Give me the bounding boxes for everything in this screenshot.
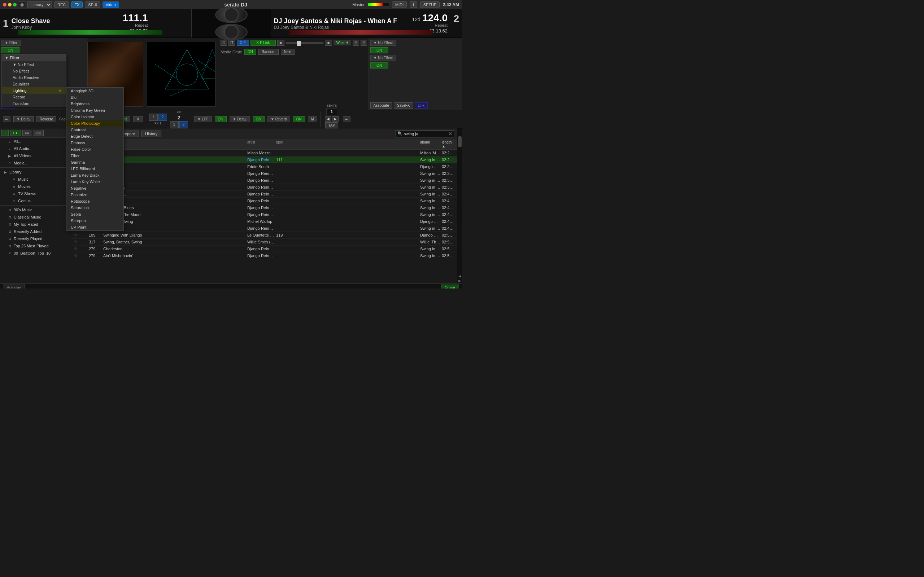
fx1-num2[interactable]: 2 <box>158 114 167 121</box>
reverse-btn[interactable]: Reverse <box>36 116 56 122</box>
sidebar-item-all-audio[interactable]: ♪ All Audio... <box>0 145 72 152</box>
fx2-num1[interactable]: 1 <box>170 121 179 128</box>
fx-dots-left[interactable]: ••• <box>3 116 10 122</box>
fx2-num2[interactable]: 2 <box>179 121 188 128</box>
beats-prev-btn[interactable]: ◀ <box>325 116 331 121</box>
expand-btn[interactable]: ⊞ <box>353 40 359 46</box>
brightness-option[interactable]: Brightness <box>66 101 123 107</box>
rotoscope-option[interactable]: Rotoscope <box>66 198 123 205</box>
no-effect-right-btn1[interactable]: ▼ No Effect <box>370 40 396 46</box>
beats-next-btn[interactable]: ▶ <box>332 116 339 121</box>
lpf-on-btn[interactable]: ON <box>215 116 227 122</box>
col-length[interactable]: length ▲ <box>441 140 456 148</box>
info-button[interactable]: i <box>410 2 417 8</box>
library-dropdown[interactable]: Library <box>27 1 52 8</box>
contrast-option[interactable]: Contrast <box>66 127 123 133</box>
scroll-left-btn[interactable]: ◀ <box>459 274 461 278</box>
add-crate-btn[interactable]: + <box>2 130 9 136</box>
video-button[interactable]: Video <box>102 2 119 8</box>
fx-button[interactable]: FX <box>71 2 82 8</box>
sepia-option[interactable]: Sepia <box>66 211 123 218</box>
uv-paint-option[interactable]: UV Paint <box>66 224 123 230</box>
emboss-option[interactable]: Emboss <box>66 140 123 146</box>
table-row[interactable]: ◎ 110 Christmas Swing Michel Warlop Djan… <box>72 218 457 225</box>
lighting-option[interactable]: Lighting ▶ Anaglyph 3D Blur Brightness C… <box>2 87 66 94</box>
sharpen-option[interactable]: Sharpen <box>66 218 123 224</box>
scroll-right-btn[interactable]: ▶ <box>459 279 461 283</box>
autoplay-btn[interactable]: Autoplay <box>3 285 25 288</box>
false-color-option[interactable]: False Color <box>66 146 123 153</box>
filter-option[interactable]: Filter <box>66 153 123 159</box>
wipe-h-btn[interactable]: Wipe H <box>333 40 351 45</box>
fx1-num1[interactable]: 1 <box>149 114 158 121</box>
platter-left[interactable] <box>215 6 247 23</box>
media-on-btn[interactable]: ON <box>244 49 256 55</box>
reverb-select[interactable]: ▼ Reverb <box>267 116 290 122</box>
table-row[interactable]: ◎ 317 Swing, Brother, Swing Willie Smith… <box>72 239 457 246</box>
rec-button[interactable]: REC <box>54 2 69 8</box>
savefx-btn[interactable]: SaveFX <box>394 102 413 108</box>
col-album[interactable]: album <box>419 140 441 148</box>
sidebar-item-genius[interactable]: ≡ Genius <box>0 197 72 205</box>
lpf-select[interactable]: ▼ LPF <box>194 116 212 122</box>
table-row[interactable]: ◎ 278 Limehouse Blues Django Reinhardt S… <box>72 205 457 211</box>
table-row[interactable]: ◎ 279 Charleston Django Reinhardt Swing … <box>72 246 457 253</box>
filter-dropdown-btn[interactable]: ▼ Filter <box>2 40 21 46</box>
sidebar-item-all-videos[interactable]: ▶ All Videos... <box>0 152 72 160</box>
reverb-on-btn[interactable]: ON <box>293 116 305 122</box>
m-btn2[interactable]: M <box>308 116 317 122</box>
sidebar-item-recently-played[interactable]: ⚙ Recently Played <box>0 235 72 242</box>
transform-option[interactable]: Transform <box>2 100 66 107</box>
blur-option[interactable]: Blur <box>66 94 123 101</box>
no-effect-right-on1[interactable]: ON <box>370 47 388 53</box>
edge-detect-option[interactable]: Edge Detect <box>66 133 123 140</box>
delay-select[interactable]: ▼ Delay <box>13 116 34 122</box>
delay-select2[interactable]: ▼ Delay <box>229 116 250 122</box>
next-track-btn[interactable]: Next <box>281 49 295 55</box>
filter-on-btn[interactable]: ON <box>2 47 19 53</box>
table-row[interactable]: ◎ 278 Oriental Sl... Django Reinhardt Sw… <box>72 184 457 191</box>
xfader-slider[interactable] <box>286 42 323 44</box>
sidebar-item-library[interactable]: ▶ Library <box>0 168 72 176</box>
minimize-window-btn[interactable] <box>8 3 11 6</box>
scrollbar-thumb[interactable] <box>458 136 462 147</box>
saturation-option[interactable]: Saturation <box>66 205 123 211</box>
sp6-button[interactable]: SP-6 <box>85 2 100 8</box>
table-row[interactable]: ◎ 109 Swinging With Django Le Quintette … <box>72 232 457 239</box>
record-option[interactable]: Record <box>2 94 66 100</box>
table-row[interactable]: ◎ 278 Nagasaki Django Reinhardt Swing in… <box>72 225 457 232</box>
sidebar-item-all[interactable]: ♪ All... <box>0 138 72 145</box>
audio-reactive-option[interactable]: Audio Reactive <box>2 74 66 81</box>
table-row[interactable]: ◎ 278 Are You In The Mood Django Reinhar… <box>72 211 457 218</box>
sidebar-item-music[interactable]: ≡ Music <box>0 176 72 183</box>
sidebar-item-top25[interactable]: ⚙ Top 25 Most Played <box>0 242 72 250</box>
search-clear-btn[interactable]: ✕ <box>449 131 452 136</box>
maximize-window-btn[interactable] <box>13 3 16 6</box>
led-billboard-option[interactable]: LED Billboard <box>66 166 123 172</box>
luma-key-black-option[interactable]: Luma Key Black <box>66 172 123 179</box>
platter-right[interactable] <box>215 24 247 40</box>
sidebar-item-classical[interactable]: ⚙ Classical Music <box>0 213 72 221</box>
table-row[interactable]: ◎ 279 Tears Django Reinhardt Swing in Pa… <box>72 177 457 184</box>
history-btn[interactable]: History <box>141 131 162 137</box>
chroma-key-green-option[interactable]: Chroma Key Green <box>66 107 123 114</box>
sidebar-item-beatport[interactable]: ≡ 00_Beatport_Top_10 <box>0 250 72 257</box>
fx-dots-right[interactable]: ••• <box>343 116 351 122</box>
xf-btn[interactable]: X-F <box>237 40 249 46</box>
it-btn[interactable]: IT <box>228 40 235 46</box>
add-smart-crate-btn[interactable]: +▲ <box>10 130 21 136</box>
table-row[interactable]: ◎ 278 Swing Gui... Django Reinhardt 111 … <box>72 156 457 163</box>
table-row[interactable]: ◎ 279 Exactly Li... Django Reinhardt Swi… <box>72 170 457 177</box>
right-scrollbar[interactable]: ◀ ▶ <box>457 128 462 284</box>
col-artist[interactable]: artist <box>247 140 275 148</box>
midi-button[interactable]: MIDI <box>392 2 407 8</box>
no-effect-right-on2[interactable]: ON <box>370 62 388 69</box>
equalizer-option[interactable]: Equalizer <box>2 81 66 87</box>
no-effect-option[interactable]: No Effect <box>2 68 66 74</box>
negative-option[interactable]: Negative <box>66 185 123 192</box>
m-btn1[interactable]: M <box>133 116 142 122</box>
table-row[interactable]: ◎ 203 The Swing Milton Mezzrow Milton 'M… <box>72 150 457 156</box>
sidebar-item-recently-added[interactable]: ⚙ Recently Added <box>0 228 72 235</box>
luma-key-white-option[interactable]: Luma Key White <box>66 179 123 185</box>
capture-icon[interactable]: ⊡ <box>221 40 227 46</box>
